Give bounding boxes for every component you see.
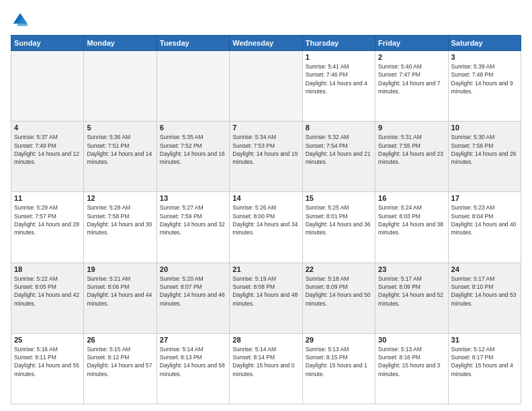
day-number: 17 xyxy=(451,194,518,202)
calendar-day-cell: 16Sunrise: 5:24 AMSunset: 8:03 PMDayligh… xyxy=(375,192,448,263)
calendar-day-cell: 2Sunrise: 5:40 AMSunset: 7:47 PMDaylight… xyxy=(375,51,448,122)
calendar-header-row: Sunday Monday Tuesday Wednesday Thursday… xyxy=(11,36,521,51)
day-info: Sunrise: 5:20 AMSunset: 8:07 PMDaylight:… xyxy=(160,275,226,308)
day-info: Sunrise: 5:40 AMSunset: 7:47 PMDaylight:… xyxy=(378,62,445,95)
calendar-day-cell: 13Sunrise: 5:27 AMSunset: 7:59 PMDayligh… xyxy=(157,192,229,263)
day-number: 22 xyxy=(306,265,372,273)
calendar-day-cell: 24Sunrise: 5:17 AMSunset: 8:10 PMDayligh… xyxy=(448,263,521,333)
day-number: 25 xyxy=(14,336,81,344)
day-number: 12 xyxy=(87,194,153,202)
calendar-day-cell: 18Sunrise: 5:22 AMSunset: 8:05 PMDayligh… xyxy=(11,263,84,333)
calendar-day-cell: 3Sunrise: 5:39 AMSunset: 7:48 PMDaylight… xyxy=(448,51,521,122)
day-info: Sunrise: 5:23 AMSunset: 8:04 PMDaylight:… xyxy=(451,203,518,236)
calendar-day-cell: 9Sunrise: 5:31 AMSunset: 7:55 PMDaylight… xyxy=(375,122,448,192)
calendar-day-cell: 20Sunrise: 5:20 AMSunset: 8:07 PMDayligh… xyxy=(157,263,229,333)
day-number: 1 xyxy=(306,53,372,61)
day-info: Sunrise: 5:25 AMSunset: 8:01 PMDaylight:… xyxy=(306,203,372,236)
day-number: 28 xyxy=(232,336,299,344)
col-monday: Monday xyxy=(84,36,157,51)
calendar-day-cell: 7Sunrise: 5:34 AMSunset: 7:53 PMDaylight… xyxy=(230,122,302,192)
col-sunday: Sunday xyxy=(11,36,84,51)
day-number: 23 xyxy=(378,265,445,273)
day-number: 5 xyxy=(87,124,153,132)
day-info: Sunrise: 5:17 AMSunset: 8:09 PMDaylight:… xyxy=(378,275,445,308)
col-tuesday: Tuesday xyxy=(157,36,229,51)
calendar-day-cell: 29Sunrise: 5:13 AMSunset: 8:15 PMDayligh… xyxy=(302,333,375,404)
calendar-day-cell: 27Sunrise: 5:14 AMSunset: 8:13 PMDayligh… xyxy=(157,333,229,404)
day-number: 26 xyxy=(87,336,153,344)
calendar-day-cell xyxy=(11,51,84,122)
calendar-day-cell: 1Sunrise: 5:41 AMSunset: 7:46 PMDaylight… xyxy=(302,51,375,122)
day-info: Sunrise: 5:27 AMSunset: 7:59 PMDaylight:… xyxy=(160,203,226,236)
col-wednesday: Wednesday xyxy=(230,36,302,51)
calendar-day-cell: 4Sunrise: 5:37 AMSunset: 7:49 PMDaylight… xyxy=(11,122,84,192)
day-info: Sunrise: 5:14 AMSunset: 8:13 PMDaylight:… xyxy=(160,345,226,378)
day-info: Sunrise: 5:24 AMSunset: 8:03 PMDaylight:… xyxy=(378,203,445,236)
calendar-week-row: 11Sunrise: 5:29 AMSunset: 7:57 PMDayligh… xyxy=(11,192,521,263)
day-number: 6 xyxy=(160,124,226,132)
day-info: Sunrise: 5:31 AMSunset: 7:55 PMDaylight:… xyxy=(378,133,445,166)
day-info: Sunrise: 5:28 AMSunset: 7:58 PMDaylight:… xyxy=(87,203,153,236)
calendar-day-cell: 28Sunrise: 5:14 AMSunset: 8:14 PMDayligh… xyxy=(230,333,302,404)
calendar-day-cell: 11Sunrise: 5:29 AMSunset: 7:57 PMDayligh… xyxy=(11,192,84,263)
day-info: Sunrise: 5:30 AMSunset: 7:56 PMDaylight:… xyxy=(451,133,518,166)
calendar-day-cell: 25Sunrise: 5:16 AMSunset: 8:11 PMDayligh… xyxy=(11,333,84,404)
day-info: Sunrise: 5:26 AMSunset: 8:00 PMDaylight:… xyxy=(232,203,299,236)
day-info: Sunrise: 5:36 AMSunset: 7:51 PMDaylight:… xyxy=(87,133,153,166)
day-number: 24 xyxy=(451,265,518,273)
calendar-day-cell xyxy=(230,51,302,122)
day-number: 18 xyxy=(14,265,81,273)
day-info: Sunrise: 5:35 AMSunset: 7:52 PMDaylight:… xyxy=(160,133,226,166)
day-number: 7 xyxy=(232,124,299,132)
day-info: Sunrise: 5:15 AMSunset: 8:12 PMDaylight:… xyxy=(87,345,153,378)
day-number: 4 xyxy=(14,124,81,132)
calendar-day-cell xyxy=(84,51,157,122)
day-info: Sunrise: 5:16 AMSunset: 8:11 PMDaylight:… xyxy=(14,345,81,378)
calendar-day-cell: 23Sunrise: 5:17 AMSunset: 8:09 PMDayligh… xyxy=(375,263,448,333)
calendar-day-cell: 30Sunrise: 5:13 AMSunset: 8:16 PMDayligh… xyxy=(375,333,448,404)
day-info: Sunrise: 5:14 AMSunset: 8:14 PMDaylight:… xyxy=(232,345,299,378)
day-number: 9 xyxy=(378,124,445,132)
day-number: 14 xyxy=(232,194,299,202)
day-number: 3 xyxy=(451,53,518,61)
calendar-day-cell xyxy=(157,51,229,122)
day-info: Sunrise: 5:19 AMSunset: 8:08 PMDaylight:… xyxy=(232,275,299,308)
day-info: Sunrise: 5:22 AMSunset: 8:05 PMDaylight:… xyxy=(14,275,81,308)
col-thursday: Thursday xyxy=(302,36,375,51)
logo-icon xyxy=(11,11,30,30)
calendar-week-row: 25Sunrise: 5:16 AMSunset: 8:11 PMDayligh… xyxy=(11,333,521,404)
day-number: 8 xyxy=(306,124,372,132)
day-number: 20 xyxy=(160,265,226,273)
calendar-day-cell: 14Sunrise: 5:26 AMSunset: 8:00 PMDayligh… xyxy=(230,192,302,263)
logo xyxy=(11,11,32,30)
calendar-day-cell: 12Sunrise: 5:28 AMSunset: 7:58 PMDayligh… xyxy=(84,192,157,263)
col-saturday: Saturday xyxy=(448,36,521,51)
calendar-day-cell: 21Sunrise: 5:19 AMSunset: 8:08 PMDayligh… xyxy=(230,263,302,333)
day-info: Sunrise: 5:21 AMSunset: 8:06 PMDaylight:… xyxy=(87,275,153,308)
calendar-day-cell: 19Sunrise: 5:21 AMSunset: 8:06 PMDayligh… xyxy=(84,263,157,333)
page: Sunday Monday Tuesday Wednesday Thursday… xyxy=(0,0,532,411)
calendar-day-cell: 22Sunrise: 5:18 AMSunset: 8:09 PMDayligh… xyxy=(302,263,375,333)
day-info: Sunrise: 5:37 AMSunset: 7:49 PMDaylight:… xyxy=(14,133,81,166)
day-number: 13 xyxy=(160,194,226,202)
calendar-week-row: 1Sunrise: 5:41 AMSunset: 7:46 PMDaylight… xyxy=(11,51,521,122)
day-number: 11 xyxy=(14,194,81,202)
day-number: 27 xyxy=(160,336,226,344)
calendar-week-row: 18Sunrise: 5:22 AMSunset: 8:05 PMDayligh… xyxy=(11,263,521,333)
day-info: Sunrise: 5:12 AMSunset: 8:17 PMDaylight:… xyxy=(451,345,518,378)
calendar-day-cell: 5Sunrise: 5:36 AMSunset: 7:51 PMDaylight… xyxy=(84,122,157,192)
day-number: 31 xyxy=(451,336,518,344)
day-number: 29 xyxy=(306,336,372,344)
day-info: Sunrise: 5:13 AMSunset: 8:16 PMDaylight:… xyxy=(378,345,445,378)
day-number: 2 xyxy=(378,53,445,61)
calendar-day-cell: 10Sunrise: 5:30 AMSunset: 7:56 PMDayligh… xyxy=(448,122,521,192)
day-info: Sunrise: 5:32 AMSunset: 7:54 PMDaylight:… xyxy=(306,133,372,166)
day-info: Sunrise: 5:34 AMSunset: 7:53 PMDaylight:… xyxy=(232,133,299,166)
day-info: Sunrise: 5:18 AMSunset: 8:09 PMDaylight:… xyxy=(306,275,372,308)
col-friday: Friday xyxy=(375,36,448,51)
calendar-day-cell: 31Sunrise: 5:12 AMSunset: 8:17 PMDayligh… xyxy=(448,333,521,404)
calendar-week-row: 4Sunrise: 5:37 AMSunset: 7:49 PMDaylight… xyxy=(11,122,521,192)
day-number: 21 xyxy=(232,265,299,273)
day-number: 10 xyxy=(451,124,518,132)
day-info: Sunrise: 5:13 AMSunset: 8:15 PMDaylight:… xyxy=(306,345,372,378)
